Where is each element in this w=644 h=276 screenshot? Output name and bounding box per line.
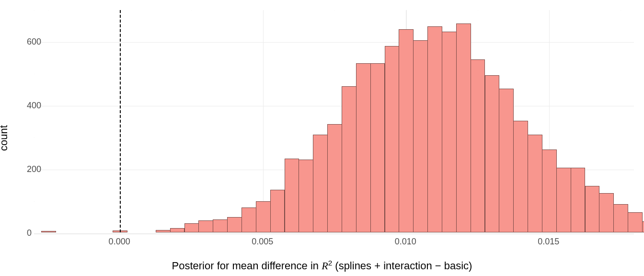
y-tick-label: 0: [27, 228, 29, 238]
histogram-bar: [385, 46, 400, 232]
gridline-minor-v: [48, 10, 49, 11]
gridline-major-h: [34, 42, 634, 43]
histogram-bar: [542, 150, 557, 232]
gridline-minor-v: [478, 10, 478, 11]
histogram-bar: [156, 230, 171, 232]
y-tick-label: 600: [27, 36, 29, 46]
xlabel-part-1: Posterior for mean difference in: [172, 260, 322, 272]
xlabel-part-2: (splines + interaction − basic): [332, 260, 472, 272]
gridline-major-h: [34, 233, 634, 234]
histogram-bar: [513, 121, 528, 232]
x-axis-label: Posterior for mean difference in R2 (spl…: [0, 259, 644, 272]
histogram-bar: [313, 135, 328, 232]
gridline-minor-h: [34, 74, 34, 74]
y-axis-label: count: [0, 125, 10, 151]
histogram-bar: [399, 29, 414, 232]
histogram-chart: count Posterior for mean difference in R…: [0, 0, 644, 276]
histogram-bar: [170, 228, 185, 232]
histogram-bar: [227, 217, 242, 232]
histogram-bar: [456, 23, 471, 232]
plot-panel: [34, 10, 634, 233]
histogram-bar: [499, 89, 514, 232]
gridline-minor-h: [34, 138, 34, 138]
gridline-minor-h: [34, 10, 34, 11]
histogram-bar: [198, 220, 213, 232]
histogram-bar: [585, 186, 600, 232]
histogram-bar: [213, 219, 228, 232]
histogram-bar: [256, 201, 271, 232]
histogram-bar: [613, 204, 628, 232]
y-tick-label: 400: [27, 100, 29, 110]
histogram-bar: [327, 124, 342, 232]
histogram-bar: [342, 86, 356, 232]
histogram-bar: [285, 159, 299, 232]
gridline-minor-v: [621, 10, 621, 11]
x-tick-label: 0.005: [252, 237, 273, 247]
histogram-bar: [442, 32, 457, 232]
histogram-bar: [528, 135, 542, 232]
histogram-bar: [628, 212, 643, 232]
gridline-minor-v: [334, 10, 335, 11]
histogram-bar: [41, 231, 56, 232]
histogram-bar: [270, 190, 285, 232]
gridline-major-v: [263, 10, 264, 232]
histogram-bar: [184, 223, 199, 232]
xlabel-sup: 2: [328, 259, 333, 267]
xlabel-R: R: [322, 260, 328, 272]
y-tick-label: 200: [27, 164, 29, 174]
histogram-bar: [571, 168, 586, 232]
gridline-minor-h: [34, 201, 34, 202]
reference-vline: [120, 10, 121, 232]
histogram-bar: [427, 26, 442, 232]
histogram-bar: [242, 207, 256, 232]
histogram-bar: [485, 75, 500, 232]
histogram-bar: [370, 63, 385, 232]
histogram-bar: [356, 63, 371, 232]
x-tick-label: 0.010: [395, 237, 416, 247]
gridline-major-h: [34, 106, 634, 107]
x-tick-label: 0.000: [109, 237, 130, 247]
gridline-minor-v: [191, 10, 192, 11]
x-tick-label: 0.015: [538, 237, 559, 247]
histogram-bar: [556, 168, 571, 232]
histogram-bar: [413, 40, 428, 232]
histogram-bar: [299, 160, 313, 232]
histogram-bar: [599, 193, 614, 232]
histogram-bar: [642, 221, 644, 232]
histogram-bar: [471, 59, 485, 232]
